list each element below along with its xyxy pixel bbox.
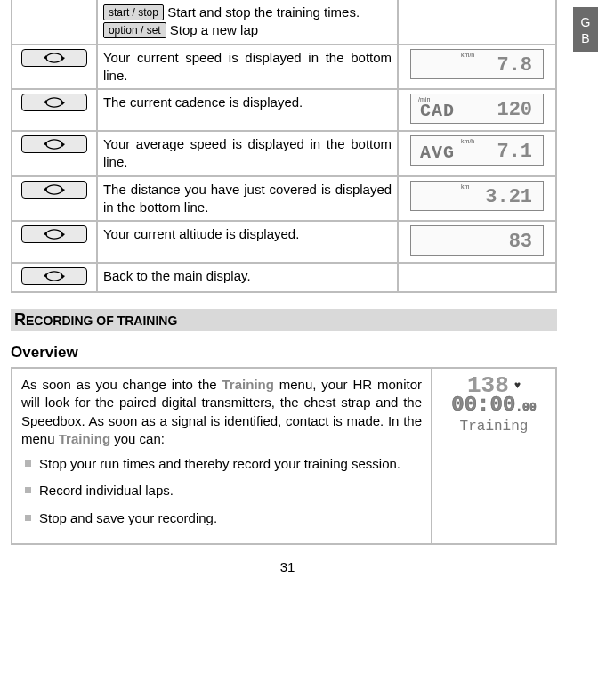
- heart-icon: ♥: [514, 379, 521, 392]
- overview-lcd-cell: 138♥ 00:00.00 Training: [432, 368, 556, 544]
- lcd-value: 3.21: [485, 186, 532, 208]
- lcd-value: 7.8: [497, 54, 532, 77]
- top-text-1: Start and stop the training times.: [164, 4, 360, 20]
- option-set-key: option / set: [103, 22, 166, 38]
- lcd-label: AVG: [420, 142, 455, 163]
- row-desc: Your current speed is displayed in the b…: [97, 45, 398, 90]
- bullet-item: Record individual laps.: [25, 482, 422, 500]
- bullet-item: Stop and save your recording.: [25, 509, 422, 527]
- lcd-preview: 83: [410, 225, 544, 256]
- lcd-value: 7.1: [497, 141, 532, 163]
- top-desc-cell: start / stop Start and stop the training…: [97, 0, 398, 45]
- subheading: Overview: [11, 344, 564, 362]
- menu-word-1: Training: [222, 377, 274, 392]
- display-modes-table: start / stop Start and stop the training…: [11, 0, 557, 293]
- lcd-preview: km/h 7.8: [410, 49, 544, 79]
- row-desc: Your current altitude is displayed.: [97, 221, 398, 263]
- cycle-button-icon: [21, 267, 87, 285]
- bullet-item: Stop your run times and thereby record y…: [25, 455, 422, 473]
- overview-text: As soon as you change into the Training …: [12, 368, 432, 544]
- lcd-preview: /min CAD 120: [410, 94, 544, 124]
- row-desc: Back to the main display.: [97, 263, 398, 292]
- row-desc: Your average speed is displayed in the b…: [97, 131, 398, 176]
- lcd-unit: km/h: [461, 52, 474, 58]
- language-tab: GB: [573, 7, 598, 52]
- row-desc: The distance you have just covered is di…: [97, 176, 398, 222]
- cycle-button-icon: [21, 94, 87, 111]
- lcd-label: CAD: [420, 101, 455, 121]
- lcd-unit: km: [461, 183, 469, 190]
- lcd-time-sub: .00: [515, 401, 536, 414]
- top-img-cell: [398, 0, 556, 45]
- cycle-button-icon: [21, 135, 87, 153]
- lcd-big: 138♥ 00:00.00 Training: [441, 376, 546, 435]
- start-stop-key: start / stop: [103, 4, 164, 20]
- menu-word-2: Training: [59, 431, 110, 446]
- top-btn-cell: [12, 0, 97, 45]
- top-text-2: Stop a new lap: [166, 22, 258, 37]
- overview-bullets: Stop your run times and thereby record y…: [21, 455, 422, 527]
- page-number: 31: [11, 559, 564, 574]
- cycle-button-icon: [21, 181, 87, 199]
- lcd-preview: km/h AVG 7.1: [410, 135, 544, 166]
- lcd-mode: Training: [441, 418, 546, 435]
- section-heading: RECORDING OF TRAINING: [11, 309, 557, 331]
- empty-img-cell: [398, 263, 556, 292]
- row-desc: The current cadence is displayed.: [97, 89, 398, 131]
- lcd-preview: km 3.21: [410, 181, 544, 211]
- overview-table: As soon as you change into the Training …: [11, 367, 557, 545]
- lcd-value: 83: [509, 231, 532, 253]
- cycle-button-icon: [21, 225, 87, 243]
- lcd-unit: km/h: [461, 138, 474, 144]
- lcd-value: 120: [497, 99, 532, 121]
- cycle-button-icon: [21, 49, 87, 67]
- lcd-time: 00:00: [451, 393, 515, 417]
